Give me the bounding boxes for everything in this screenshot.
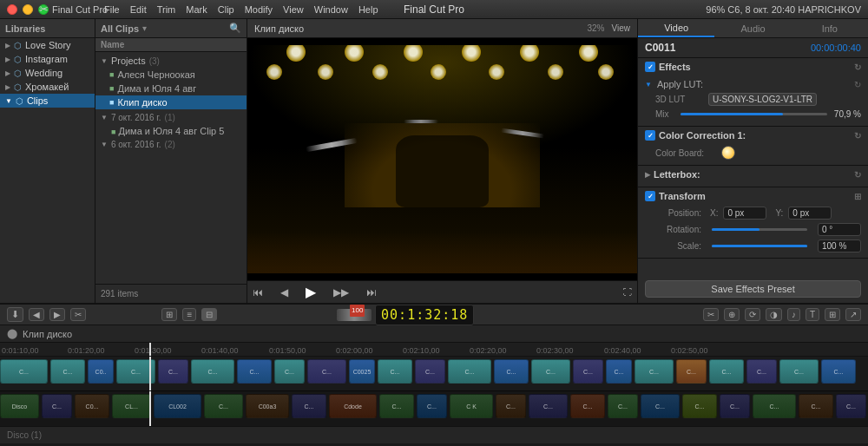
- audio-clip[interactable]: C...: [496, 394, 526, 418]
- menu-help[interactable]: Help: [358, 4, 378, 15]
- sidebar-item-love-story[interactable]: ▶ ⬡ Love Story: [0, 38, 95, 52]
- clip-block[interactable]: C...: [676, 359, 707, 384]
- sidebar-item-clips[interactable]: ▼ ⬡ Clips: [0, 94, 95, 108]
- tab-info[interactable]: Info: [792, 21, 868, 36]
- audio-clip[interactable]: CL...: [112, 394, 151, 418]
- clip-block[interactable]: C...: [0, 359, 48, 384]
- audio-clip[interactable]: C...: [42, 394, 72, 418]
- fullscreen-button[interactable]: ⛶: [618, 285, 637, 298]
- cut-button[interactable]: ✂: [70, 308, 86, 321]
- clip-block[interactable]: C...: [158, 359, 188, 384]
- save-effects-button[interactable]: Save Effects Preset: [645, 280, 861, 298]
- audio-clip[interactable]: Cdode: [329, 394, 377, 418]
- browser-item-dima[interactable]: ■ Дима и Юля 4 авг: [95, 82, 247, 95]
- lut-select[interactable]: U-SONY-S-LOG2-V1-LTR: [708, 93, 817, 106]
- color-board-dot[interactable]: [721, 146, 735, 160]
- play-forward-button[interactable]: ▶▶: [328, 285, 354, 300]
- letterbox-menu-icon[interactable]: ↻: [854, 170, 861, 180]
- effects-menu-icon[interactable]: ↻: [854, 62, 861, 72]
- clip-block[interactable]: C0..: [88, 359, 114, 384]
- audio-tool[interactable]: ♪: [787, 308, 800, 321]
- menu-edit[interactable]: Edit: [130, 4, 147, 15]
- transform-checkbox[interactable]: ✓: [645, 191, 655, 201]
- clip-block[interactable]: C...: [606, 359, 632, 384]
- projects-header[interactable]: ▼ Projects (3): [95, 54, 247, 68]
- menu-modify[interactable]: Modify: [245, 4, 273, 15]
- cc-menu-icon[interactable]: ↻: [854, 131, 861, 141]
- scale-slider[interactable]: [712, 245, 807, 247]
- play-button[interactable]: ▶: [300, 282, 321, 302]
- clip-block[interactable]: C...: [415, 359, 445, 384]
- clip-block[interactable]: C...: [274, 359, 305, 384]
- clip-block[interactable]: C...: [307, 359, 346, 384]
- clip-block[interactable]: C0025: [349, 359, 375, 384]
- import-button[interactable]: ⬇: [7, 307, 23, 322]
- skip-forward-button[interactable]: ⏭: [361, 285, 382, 300]
- clip-block[interactable]: C...: [191, 359, 234, 384]
- share-tool[interactable]: ↗: [845, 308, 861, 321]
- skip-back-button[interactable]: ⏮: [247, 285, 268, 300]
- menu-trim[interactable]: Trim: [157, 4, 176, 15]
- audio-clip[interactable]: C K: [450, 394, 493, 418]
- play-back-button[interactable]: ◀: [275, 285, 293, 300]
- menu-file[interactable]: File: [104, 4, 120, 15]
- audio-clip[interactable]: C...: [379, 394, 414, 418]
- audio-clip[interactable]: C...: [204, 394, 243, 418]
- clip-block[interactable]: C...: [50, 359, 85, 384]
- close-button[interactable]: [7, 4, 17, 15]
- audio-clip[interactable]: C...: [720, 394, 750, 418]
- scale-value[interactable]: 100 %: [818, 239, 861, 253]
- clip-block[interactable]: C...: [709, 359, 744, 384]
- cc-checkbox[interactable]: ✓: [645, 130, 655, 141]
- speed-tool[interactable]: ⟳: [745, 308, 760, 321]
- audio-clip[interactable]: C...: [641, 394, 680, 418]
- browser-item-clip5[interactable]: ■ Дима и Юля 4 авг Clip 5: [95, 124, 247, 138]
- audio-clip[interactable]: CL002: [154, 394, 201, 418]
- zoom-tool[interactable]: ⊕: [724, 308, 740, 321]
- generator-tool[interactable]: ⊞: [825, 308, 840, 321]
- clip-block[interactable]: C...: [448, 359, 491, 384]
- apply-lut-menu[interactable]: ↻: [854, 80, 861, 89]
- list-view-btn[interactable]: ≡: [182, 308, 196, 321]
- effects-checkbox[interactable]: ✓: [645, 62, 655, 72]
- menu-mark[interactable]: Mark: [186, 4, 207, 15]
- rotation-slider[interactable]: [712, 228, 807, 231]
- color-tool[interactable]: ◑: [766, 308, 782, 321]
- clip-block[interactable]: C...: [494, 359, 529, 384]
- mix-slider[interactable]: [681, 113, 827, 115]
- date-group-7oct[interactable]: ▼ 7 окт. 2016 г. (1): [95, 111, 247, 124]
- audio-clip[interactable]: C...: [292, 394, 326, 418]
- sidebar-item-instagram[interactable]: ▶ ⬡ Instagram: [0, 52, 95, 66]
- clip-block[interactable]: C...: [779, 359, 819, 384]
- search-icon[interactable]: 🔍: [229, 23, 241, 34]
- tab-video[interactable]: Video: [638, 20, 714, 37]
- audio-clip[interactable]: C0...: [75, 394, 109, 418]
- clip-block[interactable]: C...: [821, 359, 856, 384]
- clip-block[interactable]: C...: [378, 359, 412, 384]
- back-button[interactable]: ◀: [29, 308, 44, 321]
- menu-view[interactable]: View: [283, 4, 304, 15]
- rotation-value[interactable]: 0 °: [818, 223, 861, 236]
- audio-clip[interactable]: C...: [570, 394, 605, 418]
- audio-clip[interactable]: Disco: [0, 394, 39, 418]
- sidebar-item-chromakey[interactable]: ▶ ⬡ Хромакей: [0, 80, 95, 94]
- menu-window[interactable]: Window: [314, 4, 348, 15]
- audio-clip[interactable]: C...: [836, 394, 866, 418]
- clip-view-btn[interactable]: ⊟: [201, 308, 217, 321]
- menu-clip[interactable]: Clip: [218, 4, 234, 15]
- position-y[interactable]: 0 px: [788, 207, 832, 220]
- sidebar-item-wedding[interactable]: ▶ ⬡ Wedding: [0, 66, 95, 80]
- tab-audio[interactable]: Audio: [714, 21, 791, 36]
- clip-block[interactable]: C...: [635, 359, 674, 384]
- clip-block[interactable]: C...: [531, 359, 570, 384]
- fwd-button[interactable]: ▶: [49, 308, 65, 321]
- audio-clip[interactable]: C...: [529, 394, 568, 418]
- clip-block[interactable]: C...: [237, 359, 272, 384]
- audio-clip[interactable]: C...: [682, 394, 717, 418]
- view-button[interactable]: View: [612, 23, 631, 33]
- position-x[interactable]: 0 px: [723, 207, 766, 220]
- title-tool[interactable]: T: [806, 308, 819, 321]
- audio-clip[interactable]: C...: [799, 394, 833, 418]
- audio-clip[interactable]: C...: [417, 394, 447, 418]
- browser-item-clip-disco[interactable]: ■ Клип диско: [95, 95, 247, 109]
